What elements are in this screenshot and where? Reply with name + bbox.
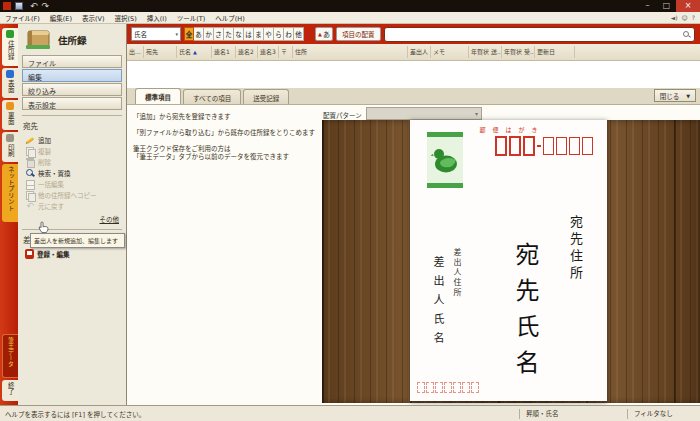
- fudeoh-app-window: ↶ ↷ – □ × ファイル(F) 編集(E) 表示(V) 選択(S) 挿入(I…: [0, 0, 700, 421]
- column-header[interactable]: 年賀状 受..: [502, 46, 535, 58]
- kana-tab[interactable]: や: [264, 27, 274, 41]
- copy-icon: [25, 146, 35, 156]
- hint-line: 「別ファイルから取り込む」から既存の住所録をとりこめます: [133, 129, 321, 137]
- window-controls: – □ ×: [638, 0, 700, 12]
- recipient-copy-to-other[interactable]: 他の住所録へコピー: [25, 189, 126, 200]
- table-body-empty: [127, 61, 700, 88]
- column-header[interactable]: 連名2: [236, 46, 258, 58]
- column-header[interactable]: 差出人: [408, 46, 431, 58]
- column-header[interactable]: 住所: [293, 46, 408, 58]
- status-sort-order: 昇順・氏名: [519, 409, 627, 419]
- layout-pattern-select[interactable]: ▾: [366, 107, 482, 120]
- column-header[interactable]: 出...: [127, 46, 144, 58]
- nav-filter[interactable]: 絞り込み: [22, 83, 122, 96]
- kana-tab[interactable]: な: [234, 27, 244, 41]
- kana-tab[interactable]: ま: [254, 27, 264, 41]
- sidebar-tab-exit[interactable]: 終了: [2, 380, 18, 401]
- sidebar-tab-back[interactable]: 裏面: [2, 100, 18, 130]
- recipient-search-replace[interactable]: 検索・置換: [25, 167, 126, 178]
- help-icon[interactable]: ?: [692, 14, 695, 21]
- sender-register-edit[interactable]: 登録・編集: [25, 248, 126, 259]
- address-book-tab-icon: [6, 30, 14, 38]
- nav-file[interactable]: ファイル: [22, 55, 122, 68]
- sidebar-tab-front[interactable]: 表面: [2, 68, 18, 98]
- kana-tab[interactable]: さ: [214, 27, 224, 41]
- column-header[interactable]: 連名1: [212, 46, 236, 58]
- recipient-duplicate[interactable]: 複製: [25, 145, 126, 156]
- menu-item-insert[interactable]: 挿入(I): [142, 13, 172, 23]
- sidebar-tab-netprint[interactable]: ネットプリント: [2, 164, 18, 222]
- sound-icon[interactable]: ◄): [671, 14, 678, 21]
- batch-edit-icon: [25, 179, 35, 189]
- search-icon[interactable]: [682, 30, 690, 38]
- menu-item-help[interactable]: ヘルプ(H): [210, 13, 249, 23]
- undo-icon[interactable]: ↶: [30, 1, 38, 11]
- hint-line: 「追加」から宛先を登録できます: [133, 113, 321, 121]
- column-header[interactable]: 更新日: [535, 46, 575, 58]
- sender-name-placeholder[interactable]: 差出人氏名: [432, 256, 443, 351]
- sender-address-placeholder[interactable]: 差出人住所: [452, 248, 460, 298]
- menu-item-file[interactable]: ファイル(F): [0, 13, 45, 23]
- tab-standard-items[interactable]: 標準項目: [135, 88, 181, 104]
- tab-all-items[interactable]: すべての項目: [183, 89, 241, 104]
- status-bar: ヘルプを表示するには [F1] を押してください。 昇順・氏名 フィルタなし: [0, 405, 700, 421]
- postcard-preview[interactable]: 郵便はがき: [410, 120, 607, 401]
- tab-send-receive-log[interactable]: 送受記録: [243, 89, 289, 104]
- save-icon[interactable]: [15, 2, 23, 10]
- menu-item-edit[interactable]: 編集(E): [45, 13, 77, 23]
- status-help-text: ヘルプを表示するには [F1] を押してください。: [5, 409, 519, 419]
- recipient-delete[interactable]: 削除: [25, 156, 126, 167]
- menu-item-select[interactable]: 選択(S): [110, 13, 142, 23]
- kana-tab[interactable]: わ: [284, 27, 294, 41]
- column-header[interactable]: 連名3: [258, 46, 279, 58]
- recipient-undo[interactable]: ↶ 元に戻す: [25, 200, 126, 211]
- titlebar: ↶ ↷ – □ ×: [0, 0, 700, 12]
- field-select[interactable]: 氏名 ▾: [131, 27, 181, 41]
- more-link[interactable]: その他: [18, 214, 119, 224]
- copy-to-other-icon: [25, 190, 35, 200]
- address-book-icon: [24, 28, 54, 52]
- sidebar-tab-print[interactable]: 印刷: [2, 132, 18, 162]
- recipient-add[interactable]: 追加: [25, 134, 126, 145]
- back-side-tab-icon: [6, 102, 14, 110]
- nav-edit[interactable]: 編集: [22, 69, 122, 82]
- kana-sort-button[interactable]: ▲ あ: [315, 27, 333, 41]
- recipient-batch-edit[interactable]: 一括編集: [25, 178, 126, 189]
- search-replace-icon: [25, 168, 35, 178]
- column-header-sorted[interactable]: 氏名 ▲: [177, 46, 212, 58]
- close-panel-button[interactable]: 閉じる ▼: [654, 89, 696, 102]
- kana-tab[interactable]: ら: [274, 27, 284, 41]
- mascot-icon[interactable]: ☺: [682, 14, 688, 21]
- kana-tab[interactable]: か: [204, 27, 214, 41]
- close-window-button[interactable]: ×: [676, 0, 700, 12]
- kana-tab[interactable]: た: [224, 27, 234, 41]
- column-header[interactable]: 年賀状 送..: [469, 46, 502, 58]
- menu-item-view[interactable]: 表示(V): [77, 13, 110, 23]
- recipient-address-placeholder[interactable]: 宛先住所: [569, 215, 582, 283]
- kana-tab[interactable]: 他: [294, 27, 304, 41]
- dove-icon: [430, 142, 460, 178]
- sender-edit-tooltip: 差出人を新規追加、編集します: [30, 233, 125, 248]
- column-header[interactable]: 宛先: [144, 46, 177, 58]
- maximize-button[interactable]: □: [657, 0, 676, 12]
- chevron-down-icon: ▾: [175, 31, 178, 37]
- hint-line: 「筆王データ」タブから以前のデータを復元できます: [133, 153, 321, 161]
- recipient-name-placeholder[interactable]: 宛先氏名: [513, 242, 537, 386]
- sidebar-tab-fudeoh-data[interactable]: 筆王データ: [2, 334, 18, 378]
- table-header: 出... 宛先 氏名 ▲ 連名1 連名2 連名3 〒 住所 差出人 メモ 年賀状…: [127, 44, 700, 61]
- chevron-down-icon: ▾: [475, 110, 478, 117]
- menu-item-tools[interactable]: ツール(T): [172, 13, 211, 23]
- search-input[interactable]: [388, 30, 683, 38]
- minimize-button[interactable]: –: [638, 0, 657, 12]
- column-header[interactable]: 〒: [279, 46, 293, 58]
- sidebar-tab-address-book[interactable]: 住所録: [2, 28, 18, 66]
- kana-tab[interactable]: は: [244, 27, 254, 41]
- kana-tab[interactable]: あ: [194, 27, 204, 41]
- arrange-items-button[interactable]: 項目の配置: [336, 27, 381, 41]
- printer-tab-icon: [6, 134, 14, 142]
- kana-tab-all[interactable]: 全: [184, 27, 194, 41]
- column-header[interactable]: メモ: [431, 46, 469, 58]
- stamp-area: [427, 132, 463, 188]
- nav-display-settings[interactable]: 表示設定: [22, 97, 122, 110]
- redo-icon[interactable]: ↷: [42, 1, 50, 11]
